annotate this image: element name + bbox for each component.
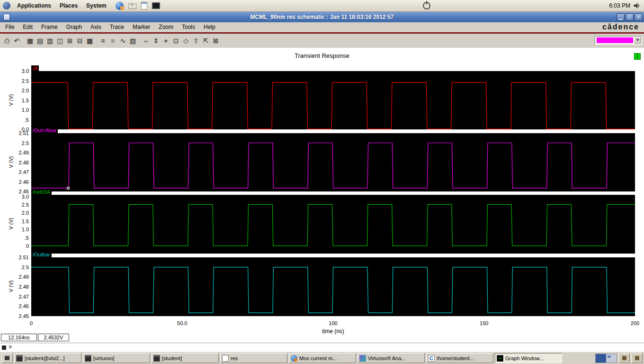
plot-area[interactable]: /A [31,71,635,129]
y-tick-label: 2.49 [0,274,29,280]
trace-label[interactable]: /net034 [31,189,52,195]
pan-up-icon[interactable]: ⇧ [191,36,200,46]
y-tick-label: 2.5 [0,140,29,146]
x-axis-label: time (ns) [31,328,635,335]
task-button-label: res [231,355,238,361]
x-tick-label: 100 [329,320,337,326]
trace-label[interactable]: /Out=Abar [31,127,58,133]
terminal-icon[interactable] [152,2,160,9]
crosshair-icon[interactable]: ⌖ [161,36,170,46]
task-button-virtuoso[interactable]: [virtuoso] [83,353,150,363]
x-tick-label: 150 [480,320,488,326]
waveform-panel-outabar: V (V)2.512.52.492.482.472.462.45/Out=Aba… [0,133,644,191]
zoom-x-icon[interactable]: ⇔ [142,36,151,46]
desktop-menu-system[interactable]: System [82,0,111,11]
fit-view-icon[interactable]: ⇱ [201,36,210,46]
select-region-icon[interactable]: ⊠ [211,36,220,46]
desktop-menu-places[interactable]: Places [55,0,82,11]
y-tick-label: 2.49 [0,150,29,155]
zoom-box-icon[interactable]: ⊡ [171,36,180,46]
task-button-res[interactable]: res [220,353,287,363]
delete-subwindow-icon[interactable]: ⊟ [75,36,84,46]
trace-label[interactable]: /A [31,65,39,71]
menubar: FileEditFrameGraphAxisTraceMarkerZoomToo… [0,22,644,34]
y-tick-label: .5 [0,117,29,123]
strip-chart-icon[interactable]: ▤ [36,36,45,46]
menu-file[interactable]: File [1,22,18,32]
command-line[interactable]: > [0,343,644,352]
taskbar: [student@vlsi2...][virtuoso][student]res… [0,352,644,364]
menu-help[interactable]: Help [199,22,220,32]
marker-diamond-icon[interactable]: ◇ [181,36,190,46]
desktop-menu-applications[interactable]: Applications [13,0,55,11]
waveform-panels: V (V)3.02.52.01.51.0.50.0/AV (V)2.512.52… [0,48,644,352]
snap-grid-icon[interactable]: ⌗ [108,36,117,46]
cadence-logo: cādence [602,23,639,31]
task-button-label: Graph Window... [505,355,544,361]
y-tick-label: 2.48 [0,160,29,165]
menu-axis[interactable]: Axis [86,22,106,32]
y-tick-label: 1.0 [0,227,29,232]
x-tick-label: 0 [30,320,33,326]
axis-grid-icon[interactable]: ▦ [26,36,35,46]
distro-logo-icon[interactable] [3,2,10,9]
plot-area[interactable]: /Outbar [31,257,635,316]
undo-icon[interactable]: ↶ [12,36,21,46]
x-tick-label: 200 [631,320,639,326]
new-subwindow-icon[interactable]: ⊞ [65,36,74,46]
graph-layout-icon[interactable]: ▩ [85,36,94,46]
menu-zoom[interactable]: Zoom [154,22,178,32]
launcher-strip [116,2,160,10]
zoom-y-icon[interactable]: ⇕ [152,36,161,46]
plot-area[interactable]: /Out=Abar [31,133,635,191]
trace-color-field[interactable]: ▼ [595,36,642,45]
y-tick-label: 1.5 [0,98,29,103]
plot-area[interactable]: /net034 [31,195,635,254]
menu-frame[interactable]: Frame [37,22,62,32]
split-subwindow-icon[interactable]: ◫ [55,36,64,46]
task-button-moscurrentm[interactable]: Mos current m... [289,353,356,363]
y-tick-label: 2.0 [0,210,29,216]
minimize-button-icon[interactable]: ▁ [617,13,625,21]
trace-labels-icon[interactable]: ≡ [98,36,107,46]
volume-icon[interactable] [633,2,641,9]
data-table-icon[interactable]: ▨ [128,36,137,46]
menu-tools[interactable]: Tools [178,22,199,32]
workspace-other[interactable] [606,354,617,363]
y-tick-label: 2.5 [0,78,29,84]
maximize-button-icon[interactable]: □ [626,13,634,21]
email-icon[interactable] [128,3,136,9]
power-indicator-icon[interactable] [423,2,430,9]
task-button-homestudent[interactable]: /home/student... [426,353,493,363]
waveform-tool-icon[interactable]: ∿ [118,36,127,46]
terminal-icon [153,355,160,362]
task-button-graphwindow[interactable]: Graph Window... [495,353,562,363]
close-button-icon[interactable]: × [635,13,643,21]
panel-right-area: 6:03 PM [609,2,641,9]
menu-edit[interactable]: Edit [18,22,37,32]
window-titlebar[interactable]: MCML_90nm res schematic : Jan 11 18:03:1… [0,12,644,22]
task-button-label: Virtuoso® Ana... [368,355,405,361]
workspace-active[interactable] [596,354,606,363]
document-icon[interactable] [141,2,147,9]
desktop-menu-strip: ApplicationsPlacesSystem [13,0,111,11]
dropdown-arrow-icon[interactable]: ▼ [634,37,641,44]
menu-graph[interactable]: Graph [62,22,86,32]
taskbar-applet-2[interactable] [631,353,643,363]
clock[interactable]: 6:03 PM [609,2,630,9]
task-button-studentvlsi2[interactable]: [student@vlsi2...] [14,353,81,363]
task-button-virtuosoana[interactable]: Virtuoso® Ana... [358,353,425,363]
trace-label[interactable]: /Outbar [31,252,52,257]
window-title: MCML_90nm res schematic : Jan 11 18:03:1… [0,14,644,20]
web-browser-icon[interactable] [116,2,124,10]
workspace-switcher[interactable] [595,354,617,363]
task-button-label: [student@vlsi2...] [25,355,65,361]
task-button-student[interactable]: [student] [152,353,219,363]
show-desktop-button[interactable] [1,353,13,363]
print-icon[interactable]: ⎙ [2,36,11,46]
overlay-graph-icon[interactable]: ▥ [45,36,54,46]
menu-trace[interactable]: Trace [106,22,128,32]
trace-marker[interactable] [67,187,70,190]
taskbar-applet-1[interactable] [618,353,630,363]
menu-marker[interactable]: Marker [128,22,154,32]
